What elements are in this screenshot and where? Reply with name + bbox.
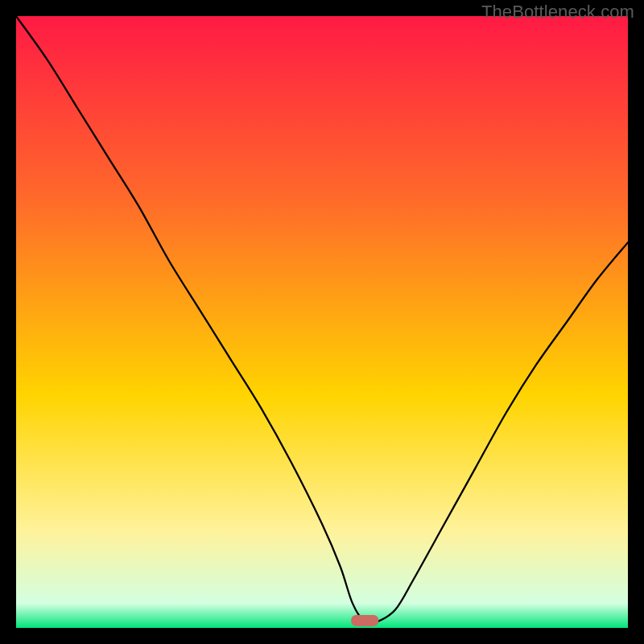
optimum-marker	[351, 615, 378, 626]
chart-container	[16, 16, 628, 628]
gradient-background	[16, 16, 628, 628]
bottleneck-chart	[16, 16, 628, 628]
watermark-text: TheBottleneck.com	[481, 2, 634, 23]
